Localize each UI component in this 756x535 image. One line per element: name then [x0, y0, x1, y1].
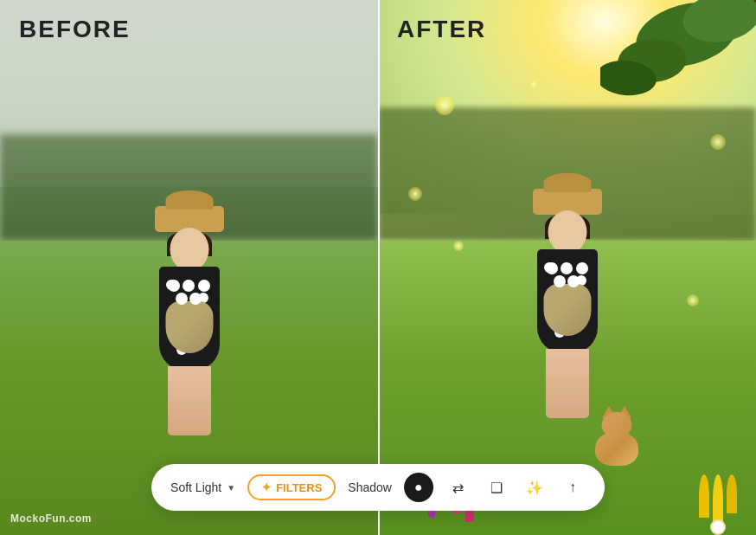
branch-top-right	[600, 0, 756, 139]
bouquet-flower-after	[554, 275, 566, 287]
bouquet-flower-after	[567, 275, 580, 287]
bouquet-flowers-after	[541, 262, 593, 297]
before-panel: BEFORE MockoFun.com	[0, 0, 378, 535]
watermark: MockoFun.com	[10, 512, 92, 525]
blend-mode-selector[interactable]: Soft Light ▼	[170, 480, 235, 494]
after-panel: AFTER	[378, 0, 756, 535]
before-label: BEFORE	[19, 16, 131, 43]
girl-legs-after	[546, 349, 589, 418]
shadow-label: Shadow	[348, 480, 392, 494]
panel-divider	[378, 0, 380, 535]
layers-icon: ❑	[490, 480, 503, 496]
fill-circle-button[interactable]: ●	[404, 473, 433, 502]
white-flowers	[710, 519, 726, 535]
blend-mode-label: Soft Light	[170, 480, 221, 494]
main-container: BEFORE MockoFun.com	[0, 0, 756, 535]
bouquet-flower-after	[561, 262, 573, 274]
bouquet-flower	[168, 280, 180, 292]
yellow-flowers	[699, 474, 737, 526]
filters-button[interactable]: ✦ FILTERS	[247, 474, 336, 500]
magic-wand-icon: ✨	[526, 480, 543, 496]
bokeh-orb	[435, 96, 454, 115]
up-arrow-icon: ↑	[569, 480, 576, 495]
blend-mode-arrow: ▼	[227, 483, 235, 493]
swap-icon: ⇄	[452, 480, 464, 496]
yellow-flower	[727, 474, 737, 513]
girl-head-after	[548, 210, 586, 254]
magic-wand-button[interactable]: ✨	[522, 474, 548, 500]
white-flower	[710, 519, 726, 535]
filters-star-icon: ✦	[261, 480, 272, 494]
girl-before	[129, 206, 250, 483]
girl-legs	[168, 366, 211, 435]
upload-button[interactable]: ↑	[560, 474, 586, 500]
toolbar: Soft Light ▼ ✦ FILTERS Shadow ● ⇄ ❑ ✨ ↑	[151, 464, 605, 511]
bouquet-flower	[183, 280, 195, 292]
filters-label: FILTERS	[276, 481, 322, 494]
yellow-flower	[699, 474, 709, 518]
branch-svg	[600, 0, 756, 139]
cat	[591, 418, 643, 466]
circle-icon: ●	[414, 480, 423, 495]
bouquet-flower-after	[546, 262, 558, 274]
bouquet-flowers	[163, 280, 215, 314]
swap-button[interactable]: ⇄	[445, 474, 471, 500]
girl-head	[170, 228, 208, 271]
after-label: AFTER	[397, 16, 486, 43]
bouquet-flower	[176, 293, 188, 305]
bouquet-flower-after	[576, 262, 588, 274]
layers-button[interactable]: ❑	[484, 474, 509, 500]
cat-body	[595, 431, 638, 466]
bouquet-flower	[198, 280, 210, 292]
bouquet-flower	[189, 293, 202, 305]
yellow-flower	[713, 474, 723, 526]
bokeh-orb	[529, 81, 538, 89]
